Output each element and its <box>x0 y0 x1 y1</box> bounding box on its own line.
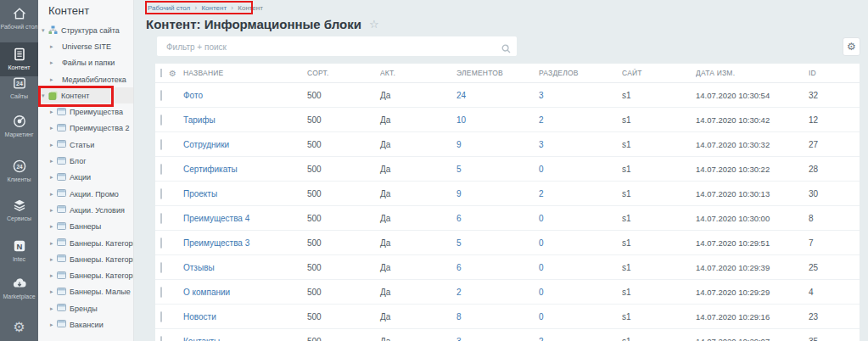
sections-count-link[interactable]: 0 <box>539 312 622 321</box>
elements-count-link[interactable]: 3 <box>456 337 539 341</box>
chevron-right-icon[interactable]: ▸ <box>50 191 57 198</box>
chevron-right-icon[interactable]: ▸ <box>50 125 57 131</box>
rail-item-marketing[interactable]: Маркетинг <box>0 113 38 138</box>
rail-item-services[interactable]: Сервисы <box>0 197 38 222</box>
rail-item-sites[interactable]: 24 Сайты <box>0 75 38 100</box>
gear-icon[interactable]: ⚙ <box>169 69 176 78</box>
sections-count-link[interactable]: 0 <box>539 288 622 297</box>
sections-count-link[interactable]: 0 <box>539 263 622 272</box>
sections-count-link[interactable]: 2 <box>539 189 622 198</box>
search-icon[interactable] <box>501 42 511 57</box>
tree-item-акции-промо[interactable]: ▸Акции. Промо <box>38 186 133 202</box>
chevron-right-icon[interactable]: ▸ <box>50 305 57 312</box>
chevron-right-icon[interactable]: ▸ <box>50 59 57 66</box>
row-checkbox[interactable] <box>160 213 162 224</box>
tree-item-бренды[interactable]: ▸Бренды <box>38 300 133 316</box>
chevron-right-icon[interactable]: ▸ <box>50 207 57 214</box>
tree-item-файлы-и-папки[interactable]: ▸Файлы и папки <box>38 55 133 71</box>
iblock-name-link[interactable]: Новости <box>183 312 307 321</box>
chevron-right-icon[interactable]: ▸ <box>50 158 57 165</box>
chevron-down-icon[interactable]: ▾ <box>42 27 48 34</box>
sections-count-link[interactable]: 3 <box>539 91 622 100</box>
row-checkbox[interactable] <box>160 164 162 175</box>
row-checkbox[interactable] <box>160 336 162 341</box>
chevron-right-icon[interactable]: ▸ <box>50 223 57 230</box>
row-checkbox[interactable] <box>160 90 162 101</box>
column-header[interactable]: СОРТ. <box>307 69 380 77</box>
row-checkbox[interactable] <box>160 287 162 298</box>
column-header[interactable]: РАЗДЕЛОВ <box>539 69 622 77</box>
iblock-name-link[interactable]: Сотрудники <box>183 140 307 149</box>
elements-count-link[interactable]: 2 <box>456 288 539 297</box>
chevron-right-icon[interactable]: ▸ <box>50 174 57 181</box>
tree-item-структура-сайта[interactable]: ▾Структура сайта <box>38 22 133 38</box>
chevron-right-icon[interactable]: ▸ <box>50 43 57 50</box>
breadcrumb-item[interactable]: Рабочий стол <box>148 4 190 12</box>
sections-count-link[interactable]: 0 <box>539 165 622 174</box>
elements-count-link[interactable]: 6 <box>456 263 539 272</box>
tree-item-медиабиблиотека[interactable]: ▸Медиабиблиотека <box>38 71 133 87</box>
tree-item-преимущества[interactable]: ▸Преимущества <box>38 103 133 120</box>
rail-item-marketplace[interactable]: Marketplace <box>0 275 38 300</box>
filter-search-input[interactable] <box>165 36 499 58</box>
tree-item-баннеры-категории-3[interactable]: ▸Баннеры. Категории 3 <box>38 267 133 283</box>
elements-count-link[interactable]: 8 <box>456 312 539 321</box>
column-header[interactable]: ЭЛЕМЕНТОВ <box>456 69 539 77</box>
iblock-name-link[interactable]: Отзывы <box>183 263 307 272</box>
rail-item-content[interactable]: Контент <box>0 42 38 76</box>
row-checkbox[interactable] <box>160 311 162 322</box>
chevron-right-icon[interactable]: ▸ <box>50 256 57 263</box>
sections-count-link[interactable]: 2 <box>539 115 622 125</box>
chevron-right-icon[interactable]: ▸ <box>50 321 57 328</box>
chevron-right-icon[interactable]: ▸ <box>50 76 57 83</box>
iblock-name-link[interactable]: Тарифы <box>183 115 307 125</box>
elements-count-link[interactable]: 9 <box>456 189 539 198</box>
rail-item-settings[interactable]: ⚙ <box>0 319 38 336</box>
iblock-name-link[interactable]: Преимущества 4 <box>183 214 307 223</box>
row-checkbox[interactable] <box>160 188 162 199</box>
column-header[interactable]: ДАТА ИЗМ. <box>696 69 809 77</box>
breadcrumb-item[interactable]: Контент <box>201 4 227 12</box>
column-header[interactable]: САЙТ <box>622 69 696 77</box>
tree-item-преимущества-2[interactable]: ▸Преимущества 2 <box>38 120 133 137</box>
tree-item-баннеры-малые[interactable]: ▸Баннеры. Малые <box>38 284 133 300</box>
tree-item-баннеры-категории-2[interactable]: ▸Баннеры. Категории 2 <box>38 251 133 267</box>
chevron-right-icon[interactable]: ▸ <box>50 240 57 247</box>
grid-settings-button[interactable]: ⚙ <box>843 37 860 56</box>
elements-count-link[interactable]: 5 <box>456 165 539 174</box>
tree-item-акции-условия[interactable]: ▸Акции. Условия <box>38 202 133 218</box>
tree-item-universe-site[interactable]: ▸Universe SITE <box>38 38 133 54</box>
column-header[interactable]: АКТ. <box>380 69 456 77</box>
iblock-name-link[interactable]: Фото <box>183 91 307 100</box>
tree-item-вакансии[interactable]: ▸Вакансии <box>38 316 133 333</box>
chevron-right-icon[interactable]: ▸ <box>50 109 57 115</box>
tree-item-статьи[interactable]: ▸Статьи <box>38 137 133 153</box>
tree-item-акции[interactable]: ▸Акции <box>38 170 133 186</box>
iblock-name-link[interactable]: Сертификаты <box>183 165 307 174</box>
sections-count-link[interactable]: 0 <box>539 214 622 223</box>
chevron-down-icon[interactable]: ▾ <box>42 92 48 99</box>
elements-count-link[interactable]: 24 <box>456 91 539 100</box>
sections-count-link[interactable]: 3 <box>539 140 622 149</box>
select-all-checkbox[interactable] <box>160 69 162 77</box>
tree-item-баннеры-категории[interactable]: ▸Баннеры. Категории <box>38 235 133 251</box>
sections-count-link[interactable]: 0 <box>539 238 622 248</box>
row-checkbox[interactable] <box>160 262 162 273</box>
tree-item-баннеры[interactable]: ▸Баннеры <box>38 219 133 235</box>
chevron-right-icon[interactable]: ▸ <box>50 142 57 148</box>
row-checkbox[interactable] <box>160 115 162 126</box>
column-header[interactable]: НАЗВАНИЕ <box>183 69 307 77</box>
iblock-name-link[interactable]: Преимущества 3 <box>183 238 307 248</box>
sections-count-link[interactable]: 2 <box>539 337 622 341</box>
row-checkbox[interactable] <box>160 238 162 249</box>
iblock-name-link[interactable]: Контакты <box>183 337 307 341</box>
iblock-name-link[interactable]: Проекты <box>183 189 307 198</box>
chevron-right-icon[interactable]: ▸ <box>50 288 57 295</box>
elements-count-link[interactable]: 10 <box>456 115 539 125</box>
rail-item-intec[interactable]: N Intec <box>0 238 38 263</box>
column-header[interactable]: ID <box>809 69 860 77</box>
elements-count-link[interactable]: 6 <box>456 214 539 223</box>
tree-item-блог[interactable]: ▸Блог <box>38 153 133 169</box>
elements-count-link[interactable]: 5 <box>456 238 539 248</box>
chevron-right-icon[interactable]: ▸ <box>50 272 57 279</box>
